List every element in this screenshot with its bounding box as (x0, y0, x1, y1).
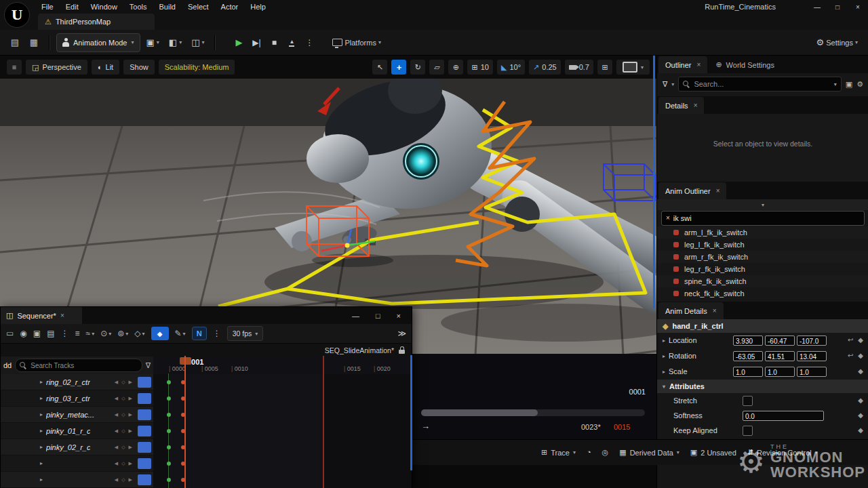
minimize-button[interactable]: — (807, 0, 827, 14)
expand-icon[interactable]: ▸ (40, 444, 43, 450)
prev-key-icon[interactable]: ◀ (115, 396, 118, 401)
scrollbar-thumb[interactable] (421, 409, 538, 416)
move-tool-button[interactable]: + (391, 60, 406, 75)
quad-view-button[interactable]: ⊞ (597, 60, 612, 75)
content-browser-button[interactable]: ▦ (26, 35, 42, 51)
track-row[interactable]: ▸ pinky_02_r_c ◀◇▶ (1, 439, 153, 455)
next-key-icon[interactable]: ▶ (129, 412, 132, 418)
insights-clock-icon[interactable]: ◔ (587, 449, 591, 456)
menu-build[interactable]: Build (153, 0, 182, 14)
close-icon[interactable]: × (713, 307, 717, 314)
edit-pen-icon[interactable]: ✎▾ (175, 329, 186, 338)
location-x-field[interactable]: 3.930 (733, 336, 763, 346)
cinematics-dropdown[interactable]: ◫▾ (188, 35, 208, 51)
prev-key-icon[interactable]: ◀ (115, 428, 118, 434)
next-key-icon[interactable]: ▶ (129, 461, 132, 466)
sequencer-close-button[interactable]: × (397, 312, 401, 320)
track-row[interactable]: ▸ pinky_metac... ◀◇▶ (1, 407, 153, 423)
keyframe-button-active[interactable]: ◆ (151, 327, 169, 340)
render-movie-icon[interactable]: ▤ (47, 329, 54, 338)
scale-tool-button[interactable]: ▱ (429, 60, 444, 75)
lock-icon[interactable] (399, 346, 405, 354)
track-row[interactable]: ▸ pinky_01_r_c ◀◇▶ (1, 423, 153, 439)
viewport-options-button[interactable]: ≡ (7, 60, 22, 75)
lit-dropdown[interactable]: ◐Lit (92, 60, 119, 75)
stop-button[interactable]: ■ (267, 35, 281, 50)
track-row[interactable]: ▸ ◀◇▶ (1, 455, 153, 472)
key-settings-icon[interactable]: ◇▾ (134, 329, 144, 338)
play-button[interactable]: ▶ (231, 35, 246, 50)
menu-file[interactable]: File (35, 0, 60, 14)
sequence-name[interactable]: SEQ_SlideAnimation* (325, 346, 394, 354)
selected-control-header[interactable]: ◈ hand_r_ik_ctrl (657, 319, 868, 333)
viewport-layout-dropdown[interactable]: ▾ (616, 60, 650, 75)
keyframe-diamond-icon[interactable]: ◆ (858, 427, 863, 434)
scale-y-field[interactable]: 1.0 (765, 367, 795, 377)
add-key-icon[interactable]: ◇ (121, 461, 125, 466)
trace-dropdown[interactable]: ⊞Trace▾ (541, 449, 576, 457)
options-kebab-icon[interactable]: ⋮ (61, 329, 69, 338)
select-tool-button[interactable]: ↖ (372, 60, 387, 75)
clear-search-icon[interactable]: × (666, 215, 670, 222)
menu-help[interactable]: Help (244, 0, 272, 14)
expand-icon[interactable]: ▸ (40, 379, 43, 385)
grid-snap-control[interactable]: ⊞10 (467, 60, 492, 75)
derived-data-dropdown[interactable]: ▦Derived Data▾ (619, 449, 679, 457)
world-space-button[interactable]: ⊕ (448, 60, 463, 75)
keyframe-dot[interactable] (167, 462, 171, 466)
expand-icon[interactable]: ▸ (40, 460, 43, 466)
list-item[interactable]: leg_r_fk_ik_switch (657, 263, 868, 275)
list-item[interactable]: arm_r_fk_ik_switch (657, 251, 868, 263)
close-icon[interactable]: × (697, 61, 701, 68)
menu-tools[interactable]: Tools (123, 0, 153, 14)
prev-key-icon[interactable]: ◀ (115, 477, 118, 483)
menu-edit[interactable]: Edit (60, 0, 85, 14)
add-key-icon[interactable]: ◇ (121, 396, 125, 401)
attributes-section-header[interactable]: ▾Attributes (657, 380, 868, 393)
eject-button[interactable]: ▲ (284, 35, 299, 50)
list-item[interactable]: arm_l_fk_ik_switch (657, 226, 868, 239)
keyframe-diamond-icon[interactable]: ◆ (858, 352, 863, 359)
prev-key-icon[interactable]: ◀ (115, 461, 118, 466)
prev-key-icon[interactable]: ◀ (115, 445, 118, 450)
prev-key-icon[interactable]: ◀ (115, 380, 118, 385)
curve-editor-icon[interactable]: ≈▾ (86, 329, 95, 338)
timeline-scrollbar[interactable] (421, 409, 645, 416)
frame-skip-button[interactable]: ▶| (249, 35, 264, 50)
next-key-icon[interactable]: ▶ (129, 445, 132, 450)
reset-icon[interactable]: ↩ (848, 352, 853, 359)
tab-anim-details[interactable]: Anim Details× (658, 302, 724, 319)
scale-x-field[interactable]: 1.0 (733, 367, 763, 377)
overflow-chevrons-icon[interactable]: ≫ (397, 329, 406, 338)
tab-sequencer[interactable]: ◫ Sequencer* × (1, 307, 82, 324)
show-dropdown[interactable]: Show (123, 60, 155, 75)
add-track-button[interactable]: dd (3, 361, 12, 369)
tab-details[interactable]: Details× (658, 97, 704, 114)
perspective-dropdown[interactable]: ◲Perspective (26, 60, 87, 75)
location-z-field[interactable]: -107.0 (797, 336, 827, 346)
next-key-icon[interactable]: ▶ (129, 396, 132, 401)
close-icon[interactable]: × (60, 312, 64, 319)
auto-key-button[interactable]: N (192, 327, 207, 340)
sequencer-splitter[interactable] (410, 355, 412, 470)
reset-icon[interactable]: ↩ (848, 337, 853, 344)
keyframe-dot[interactable] (167, 380, 171, 384)
filters-eye-icon[interactable]: ⊚▾ (117, 329, 128, 338)
keyframe-diamond-icon[interactable]: ◆ (858, 368, 863, 375)
sequencer-maximize-button[interactable]: □ (376, 312, 380, 320)
track-search-input[interactable]: Search Tracks (15, 359, 142, 372)
blueprints-dropdown[interactable]: ◧▾ (165, 35, 185, 51)
rotation-x-field[interactable]: -63.05 (733, 351, 763, 361)
menu-window[interactable]: Window (85, 0, 123, 14)
playhead-arrow-icon[interactable]: → (421, 422, 430, 430)
rotation-z-field[interactable]: 13.04 (797, 351, 827, 361)
close-button[interactable]: × (848, 0, 868, 14)
chevron-down-icon[interactable]: ▾ (834, 81, 837, 87)
add-key-icon[interactable]: ◇ (121, 412, 125, 418)
tab-world-settings[interactable]: ⊕World Settings (709, 56, 781, 73)
tab-thirdpersonmap[interactable]: ⚠ ThirdPersonMap (38, 14, 155, 30)
keyframe-diamond-icon[interactable]: ◆ (858, 397, 863, 404)
view-options-eye-icon[interactable]: ⊙▾ (100, 329, 111, 338)
softness-field[interactable]: 0.0 (743, 411, 824, 421)
keyframe-dot[interactable] (167, 478, 171, 482)
